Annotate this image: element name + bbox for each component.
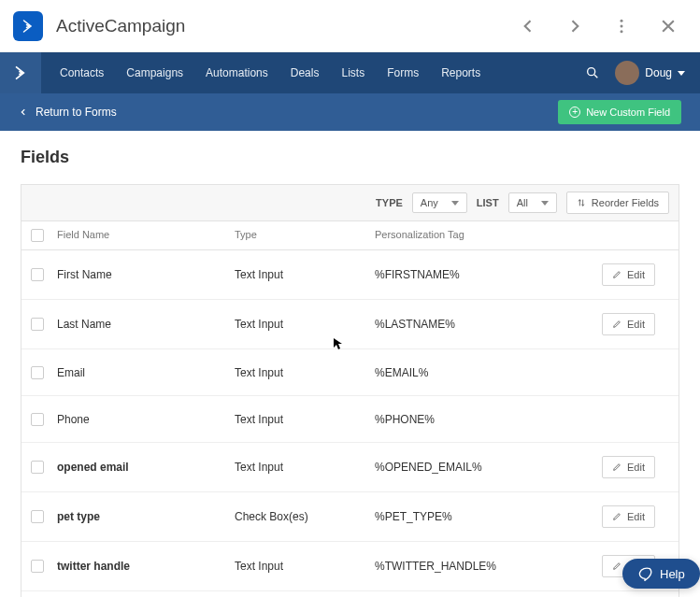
field-tag: %PHONE% bbox=[375, 413, 602, 426]
table-row: PhoneText Input%PHONE% bbox=[21, 396, 679, 443]
help-label: Help bbox=[660, 567, 685, 581]
col-header-type: Type bbox=[235, 229, 375, 242]
avatar bbox=[615, 61, 639, 85]
row-checkbox[interactable] bbox=[31, 510, 44, 523]
field-name: pet type bbox=[57, 510, 235, 523]
kebab-menu-icon[interactable] bbox=[612, 17, 631, 36]
filter-toolbar: TYPE Any LIST All Reorder Fields bbox=[21, 184, 679, 221]
chevron-down-icon bbox=[451, 201, 459, 206]
table-row: Last NameText Input%LASTNAME%Edit bbox=[21, 300, 679, 349]
nav-item-contacts[interactable]: Contacts bbox=[60, 66, 104, 79]
nav-logo-icon[interactable] bbox=[0, 52, 41, 93]
edit-button[interactable]: Edit bbox=[602, 263, 655, 286]
field-type: Text Input bbox=[235, 413, 375, 426]
table-header: Field Name Type Personalization Tag bbox=[21, 221, 679, 250]
field-tag: %OPENED_EMAIL% bbox=[375, 461, 602, 474]
type-filter-select[interactable]: Any bbox=[412, 192, 467, 213]
field-type: Check Box(es) bbox=[235, 510, 375, 523]
nav-item-deals[interactable]: Deals bbox=[291, 66, 320, 79]
list-filter-select[interactable]: All bbox=[508, 192, 557, 213]
list-filter-label: LIST bbox=[477, 197, 499, 208]
fields-table: Field Name Type Personalization Tag Firs… bbox=[21, 221, 679, 597]
new-field-label: New Custom Field bbox=[586, 107, 670, 118]
table-row: First NameText Input%FIRSTNAME%Edit bbox=[21, 250, 679, 300]
field-tag: %EMAIL% bbox=[375, 366, 602, 379]
type-filter-label: TYPE bbox=[376, 197, 403, 208]
return-link[interactable]: Return to Forms bbox=[19, 106, 117, 119]
field-tag: %TWITTER_HANDLE% bbox=[375, 560, 602, 573]
svg-point-2 bbox=[621, 30, 623, 33]
field-name: First Name bbox=[57, 268, 235, 281]
svg-point-3 bbox=[588, 68, 595, 76]
search-icon[interactable] bbox=[585, 65, 600, 80]
nav-item-campaigns[interactable]: Campaigns bbox=[126, 66, 183, 79]
field-type: Text Input bbox=[235, 461, 375, 474]
chevron-down-icon bbox=[541, 201, 549, 206]
nav-item-forms[interactable]: Forms bbox=[387, 66, 419, 79]
field-type: Text Input bbox=[235, 366, 375, 379]
close-icon[interactable] bbox=[659, 17, 678, 36]
row-checkbox[interactable] bbox=[31, 413, 44, 426]
field-type: Text Input bbox=[235, 318, 375, 331]
table-row: testText Input%TEST%Edit bbox=[21, 591, 679, 597]
table-row: opened emailText Input%OPENED_EMAIL%Edit bbox=[21, 443, 679, 492]
return-label: Return to Forms bbox=[36, 106, 117, 119]
field-name: Phone bbox=[57, 413, 235, 426]
table-row: pet typeCheck Box(es)%PET_TYPE%Edit bbox=[21, 492, 679, 542]
nav-item-lists[interactable]: Lists bbox=[341, 66, 364, 79]
row-checkbox[interactable] bbox=[31, 318, 44, 331]
nav-item-automations[interactable]: Automations bbox=[206, 66, 268, 79]
sub-bar: Return to Forms + New Custom Field bbox=[0, 93, 700, 131]
field-tag: %FIRSTNAME% bbox=[375, 268, 602, 281]
edit-button[interactable]: Edit bbox=[602, 456, 655, 478]
row-checkbox[interactable] bbox=[31, 461, 44, 474]
row-checkbox[interactable] bbox=[31, 560, 44, 573]
edit-button[interactable]: Edit bbox=[602, 505, 655, 528]
table-row: twitter handleText Input%TWITTER_HANDLE%… bbox=[21, 542, 679, 591]
field-name: twitter handle bbox=[57, 560, 235, 573]
nav-items: ContactsCampaignsAutomationsDealsListsFo… bbox=[60, 66, 480, 79]
row-checkbox[interactable] bbox=[31, 268, 44, 281]
plus-circle-icon: + bbox=[569, 107, 580, 118]
nav-item-reports[interactable]: Reports bbox=[441, 66, 480, 79]
select-all-checkbox[interactable] bbox=[31, 229, 44, 242]
svg-point-0 bbox=[621, 19, 623, 21]
user-menu[interactable]: Doug bbox=[615, 61, 685, 85]
field-name: Last Name bbox=[57, 318, 235, 331]
reorder-fields-button[interactable]: Reorder Fields bbox=[566, 192, 669, 214]
field-type: Text Input bbox=[235, 268, 375, 281]
reorder-label: Reorder Fields bbox=[592, 197, 659, 208]
new-custom-field-button[interactable]: + New Custom Field bbox=[558, 100, 681, 124]
chevron-down-icon bbox=[678, 71, 685, 76]
col-header-tag: Personalization Tag bbox=[375, 229, 602, 242]
list-filter-value: All bbox=[517, 197, 528, 208]
type-filter-value: Any bbox=[421, 197, 438, 208]
main-nav: ContactsCampaignsAutomationsDealsListsFo… bbox=[0, 52, 700, 93]
forward-icon[interactable] bbox=[565, 17, 584, 36]
window-titlebar: ActiveCampaign bbox=[0, 0, 700, 52]
col-header-name: Field Name bbox=[57, 229, 235, 242]
field-name: opened email bbox=[57, 461, 235, 474]
table-row: EmailText Input%EMAIL% bbox=[21, 349, 679, 396]
page-title: Fields bbox=[21, 148, 679, 167]
field-tag: %PET_TYPE% bbox=[375, 510, 602, 523]
edit-button[interactable]: Edit bbox=[602, 313, 655, 335]
app-title: ActiveCampaign bbox=[56, 16, 519, 36]
back-icon[interactable] bbox=[519, 17, 537, 36]
app-logo-icon bbox=[13, 11, 43, 41]
field-type: Text Input bbox=[235, 560, 375, 573]
user-name: Doug bbox=[645, 66, 672, 79]
field-tag: %LASTNAME% bbox=[375, 318, 602, 331]
svg-point-1 bbox=[621, 24, 623, 27]
field-name: Email bbox=[57, 366, 235, 379]
help-button[interactable]: Help bbox=[622, 559, 700, 589]
row-checkbox[interactable] bbox=[31, 366, 44, 379]
